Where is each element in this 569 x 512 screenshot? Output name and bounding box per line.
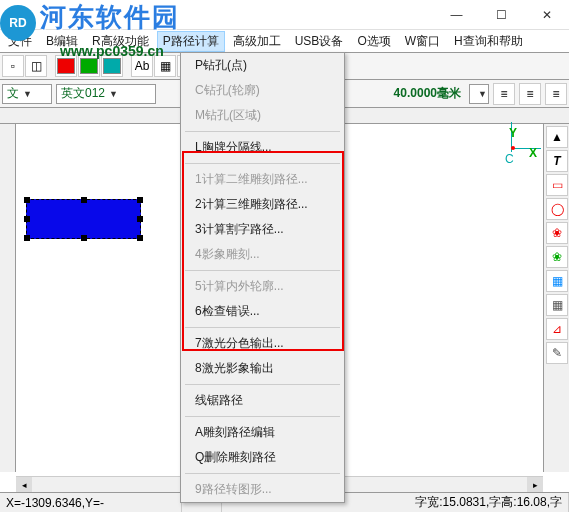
logo-icon: RD bbox=[0, 5, 36, 41]
maximize-button[interactable]: ☐ bbox=[479, 0, 524, 30]
cyan-swatch-icon bbox=[103, 58, 121, 74]
selected-object[interactable] bbox=[26, 199, 141, 239]
menu-delete-path[interactable]: Q删除雕刻路径 bbox=[181, 445, 344, 470]
size-dropdown[interactable]: ▼ bbox=[469, 84, 489, 104]
menu-options[interactable]: O选项 bbox=[351, 31, 396, 52]
font-dropdown[interactable]: 英文012▼ bbox=[56, 84, 156, 104]
menu-drill-point[interactable]: P钻孔(点) bbox=[181, 53, 344, 78]
tool-rect[interactable]: ▭ bbox=[546, 174, 568, 196]
font-label: 英文012 bbox=[61, 85, 105, 102]
menu-separator bbox=[185, 131, 340, 132]
menu-cut-text[interactable]: 3计算割字路径... bbox=[181, 217, 344, 242]
align-right-button[interactable]: ≡ bbox=[545, 83, 567, 105]
menu-image-engrave[interactable]: 4影象雕刻... bbox=[181, 242, 344, 267]
tool-flower1[interactable]: ❀ bbox=[546, 222, 568, 244]
resize-handle[interactable] bbox=[81, 197, 87, 203]
menu-laser-image-output[interactable]: 8激光影象输出 bbox=[181, 356, 344, 381]
tool-triangle[interactable]: ⊿ bbox=[546, 318, 568, 340]
axis-label-y: Y bbox=[509, 126, 517, 140]
menu-in-out-contour[interactable]: 5计算内外轮廓... bbox=[181, 274, 344, 299]
menu-2d-engrave[interactable]: 1计算二维雕刻路径... bbox=[181, 167, 344, 192]
resize-handle[interactable] bbox=[137, 216, 143, 222]
align-left-button[interactable]: ≡ bbox=[493, 83, 515, 105]
chevron-down-icon: ▼ bbox=[109, 89, 118, 99]
align-left-icon: ≡ bbox=[500, 87, 507, 101]
tool-pencil[interactable]: ✎ bbox=[546, 342, 568, 364]
menu-help[interactable]: H查询和帮助 bbox=[448, 31, 529, 52]
grid-icon: ▦ bbox=[160, 59, 171, 73]
size-value: 40.0000毫米 bbox=[390, 85, 465, 102]
menu-separator bbox=[185, 384, 340, 385]
align-center-icon: ≡ bbox=[526, 87, 533, 101]
tool-circle[interactable]: ◯ bbox=[546, 198, 568, 220]
resize-handle[interactable] bbox=[24, 216, 30, 222]
chevron-down-icon: ▼ bbox=[23, 89, 32, 99]
resize-handle[interactable] bbox=[24, 197, 30, 203]
ruler-vertical bbox=[0, 124, 16, 472]
menu-badge-divider[interactable]: L胸牌分隔线... bbox=[181, 135, 344, 160]
close-button[interactable]: ✕ bbox=[524, 0, 569, 30]
scroll-right-button[interactable]: ▸ bbox=[527, 477, 543, 493]
watermark-url: www.pc0359.cn bbox=[60, 43, 180, 59]
menu-usb[interactable]: USB设备 bbox=[289, 31, 350, 52]
menu-edit-path[interactable]: A雕刻路径编辑 bbox=[181, 420, 344, 445]
green-swatch-icon bbox=[80, 58, 98, 74]
tool-text[interactable]: T bbox=[546, 150, 568, 172]
status-coords: X=-1309.6346,Y=- bbox=[0, 493, 182, 512]
menu-drill-outline[interactable]: C钻孔(轮廓) bbox=[181, 78, 344, 103]
scroll-left-button[interactable]: ◂ bbox=[16, 477, 32, 493]
menu-separator bbox=[185, 270, 340, 271]
resize-handle[interactable] bbox=[81, 235, 87, 241]
menu-separator bbox=[185, 163, 340, 164]
lang-label: 文 bbox=[7, 85, 19, 102]
square-icon: ▫ bbox=[11, 59, 15, 73]
menu-separator bbox=[185, 327, 340, 328]
menu-advanced-process[interactable]: 高级加工 bbox=[227, 31, 287, 52]
resize-handle[interactable] bbox=[24, 235, 30, 241]
square-icon: ◫ bbox=[31, 59, 42, 73]
text-icon: Ab bbox=[135, 59, 150, 73]
menu-3d-engrave[interactable]: 2计算三维雕刻路径... bbox=[181, 192, 344, 217]
menu-separator bbox=[185, 416, 340, 417]
lang-dropdown[interactable]: 文▼ bbox=[2, 84, 52, 104]
chevron-down-icon: ▼ bbox=[478, 89, 487, 99]
tool-select[interactable]: ▲ bbox=[546, 126, 568, 148]
align-center-button[interactable]: ≡ bbox=[519, 83, 541, 105]
resize-handle[interactable] bbox=[137, 235, 143, 241]
menu-window[interactable]: W窗口 bbox=[399, 31, 446, 52]
menu-path-to-shape[interactable]: 9路径转图形... bbox=[181, 477, 344, 502]
red-swatch-icon bbox=[57, 58, 75, 74]
tool-grid[interactable]: ▦ bbox=[546, 270, 568, 292]
axis-label-x: X bbox=[529, 146, 537, 160]
tool-flower2[interactable]: ❀ bbox=[546, 246, 568, 268]
minimize-button[interactable]: — bbox=[434, 0, 479, 30]
path-calc-menu: P钻孔(点) C钻孔(轮廓) M钻孔(区域) L胸牌分隔线... 1计算二维雕刻… bbox=[180, 52, 345, 503]
resize-handle[interactable] bbox=[137, 197, 143, 203]
watermark-title: 河东软件园 bbox=[40, 2, 180, 32]
axis-label-c: C bbox=[505, 152, 514, 166]
menu-drill-area[interactable]: M钻孔(区域) bbox=[181, 103, 344, 128]
menu-separator bbox=[185, 473, 340, 474]
menu-check-errors[interactable]: 6检查错误... bbox=[181, 299, 344, 324]
status-font-info: 字宽:15.0831,字高:16.08,字 bbox=[409, 493, 569, 512]
menu-laser-color-output[interactable]: 7激光分色输出... bbox=[181, 331, 344, 356]
tool-grid2[interactable]: ▦ bbox=[546, 294, 568, 316]
menu-wire-saw[interactable]: 线锯路径 bbox=[181, 388, 344, 413]
align-right-icon: ≡ bbox=[552, 87, 559, 101]
right-toolbox: ▲ T ▭ ◯ ❀ ❀ ▦ ▦ ⊿ ✎ bbox=[543, 124, 569, 472]
